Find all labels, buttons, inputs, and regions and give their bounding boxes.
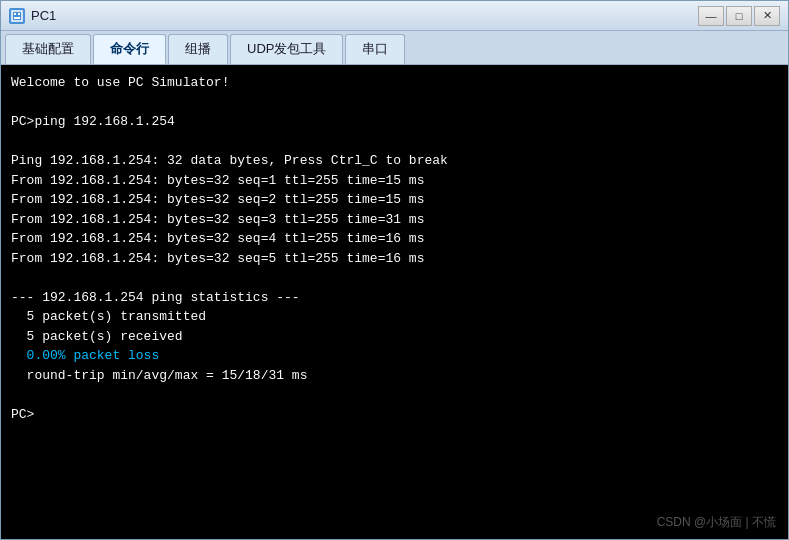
tab-serial[interactable]: 串口 <box>345 34 405 64</box>
close-button[interactable]: ✕ <box>754 6 780 26</box>
tab-command-line[interactable]: 命令行 <box>93 34 166 64</box>
main-window: PC1 — □ ✕ 基础配置 命令行 组播 UDP发包工具 串口 Welcome… <box>0 0 789 540</box>
tab-udp-tool[interactable]: UDP发包工具 <box>230 34 343 64</box>
window-icon <box>9 8 25 24</box>
title-bar-left: PC1 <box>9 8 56 24</box>
watermark: CSDN @小场面 | 不慌 <box>657 514 776 531</box>
terminal-output: Welcome to use PC Simulator! PC>ping 192… <box>11 73 778 424</box>
maximize-button[interactable]: □ <box>726 6 752 26</box>
tab-bar: 基础配置 命令行 组播 UDP发包工具 串口 <box>1 31 788 65</box>
terminal-area[interactable]: Welcome to use PC Simulator! PC>ping 192… <box>1 65 788 539</box>
minimize-button[interactable]: — <box>698 6 724 26</box>
window-title: PC1 <box>31 8 56 23</box>
title-bar: PC1 — □ ✕ <box>1 1 788 31</box>
tab-multicast[interactable]: 组播 <box>168 34 228 64</box>
svg-rect-3 <box>14 17 20 19</box>
svg-rect-1 <box>14 13 16 15</box>
svg-rect-0 <box>12 11 22 21</box>
svg-rect-2 <box>18 13 20 15</box>
title-buttons: — □ ✕ <box>698 6 780 26</box>
tab-basic-config[interactable]: 基础配置 <box>5 34 91 64</box>
